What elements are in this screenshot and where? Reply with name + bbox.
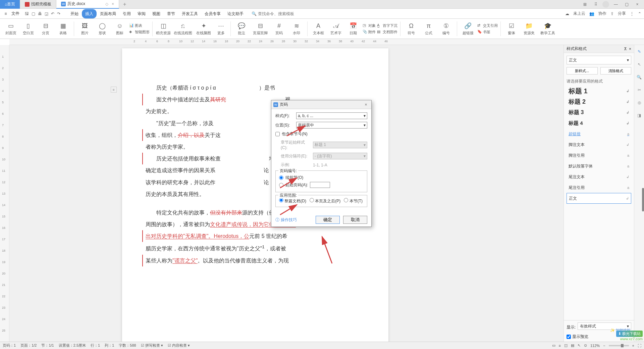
ribbon-textbox[interactable]: A文本框 bbox=[310, 19, 326, 38]
ribbon-cover[interactable]: ▭封面页 bbox=[3, 19, 19, 38]
view-web-icon[interactable]: ◫ bbox=[564, 343, 568, 348]
save-icon[interactable]: 🖫 bbox=[25, 11, 29, 16]
ribbon-teach[interactable]: 🎓教学工具 bbox=[538, 19, 557, 38]
sidebar-select-icon[interactable]: ↖ bbox=[636, 61, 643, 68]
more-icon[interactable]: ⋮ bbox=[630, 11, 634, 16]
pin-icon[interactable]: ⊼ bbox=[624, 47, 627, 51]
ribbon-smartart[interactable]: ◈智能图形 bbox=[129, 29, 150, 35]
range-section-radio[interactable] bbox=[344, 198, 348, 202]
ribbon-form[interactable]: ☑窗体 bbox=[503, 19, 520, 38]
menu-tab-thesis[interactable]: 论文助手 bbox=[224, 9, 247, 18]
ruler-horizontal[interactable]: 2468101214161820222426283032343638404244… bbox=[9, 39, 644, 45]
dialog-close-button[interactable]: × bbox=[363, 102, 369, 107]
range-whole-radio[interactable] bbox=[279, 198, 283, 202]
collab-label[interactable]: 协作 bbox=[598, 11, 606, 16]
paragraph-indicator-icon[interactable]: ≡ bbox=[111, 87, 117, 93]
style-heading4[interactable]: 标题 4↲ bbox=[567, 118, 631, 129]
zoom-fit-icon[interactable]: ⊙ bbox=[584, 343, 587, 348]
new-icon[interactable]: ▢ bbox=[32, 11, 35, 16]
layout-icon[interactable]: ⊞ bbox=[581, 1, 589, 8]
avatar-icon[interactable] bbox=[602, 1, 609, 8]
position-combo[interactable]: 底端居中▾ bbox=[296, 122, 367, 129]
ribbon-folder[interactable]: 📁资源夹 bbox=[521, 19, 537, 38]
style-heading1[interactable]: 标题 1↲ bbox=[567, 86, 631, 96]
view-read-icon[interactable]: ▤ bbox=[571, 343, 574, 348]
ribbon-picture[interactable]: 🖼图片 bbox=[77, 19, 93, 38]
menu-tab-start[interactable]: 开始 bbox=[67, 9, 82, 18]
ribbon-symbol[interactable]: Ω符号 bbox=[403, 19, 419, 38]
preview-checkbox[interactable] bbox=[567, 335, 571, 339]
tab-document[interactable]: W 历史.docx ◇ × bbox=[56, 0, 119, 9]
clear-format-button[interactable]: 清除格式 bbox=[600, 67, 632, 74]
ribbon-more[interactable]: ⋯更多 bbox=[214, 19, 228, 38]
ribbon-parts[interactable]: ▤文档部件 bbox=[377, 29, 397, 35]
ribbon-resource[interactable]: ◫稻壳资源 bbox=[155, 19, 171, 38]
ruler-vertical[interactable]: 1234567891011121314151617181920212223242… bbox=[0, 45, 9, 342]
sidebar-search-icon[interactable]: 🔍 bbox=[636, 74, 643, 81]
menu-tab-review[interactable]: 审阅 bbox=[134, 9, 149, 18]
range-section[interactable]: 本节(T) bbox=[344, 198, 363, 204]
start-radio[interactable] bbox=[279, 183, 283, 187]
apps-icon[interactable]: ⠿ bbox=[592, 1, 600, 8]
search-icon[interactable]: 🔍 bbox=[252, 11, 257, 16]
menu-tab-refs[interactable]: 引用 bbox=[119, 9, 134, 18]
share-icon[interactable]: ⇪ bbox=[610, 11, 614, 16]
tips-link[interactable]: ⓘ操作技巧 bbox=[275, 217, 297, 223]
style-heading3[interactable]: 标题 3↲ bbox=[567, 107, 631, 118]
print-icon[interactable]: 🖶 bbox=[38, 11, 42, 16]
add-tab-button[interactable]: + bbox=[119, 1, 130, 7]
ribbon-bookmark[interactable]: 🔖书签 bbox=[477, 29, 498, 35]
ribbon-watermark[interactable]: ≋水印 bbox=[288, 19, 305, 38]
zoom-in-button[interactable]: + bbox=[632, 344, 634, 348]
style-endnote-ref[interactable]: 尾注引用a bbox=[567, 182, 631, 193]
style-footnote-ref[interactable]: 脚注引用a bbox=[567, 150, 631, 161]
sidebar-highlight-icon[interactable]: ◨ bbox=[636, 112, 643, 119]
style-body[interactable]: 正文↲ bbox=[567, 193, 631, 204]
sidebar-location-icon[interactable]: ◎ bbox=[636, 99, 643, 106]
ribbon-icon[interactable]: ☺图标 bbox=[112, 19, 128, 38]
chevron-up-icon[interactable]: ⌃ bbox=[638, 11, 641, 16]
menu-tab-layout[interactable]: 页面布局 bbox=[97, 9, 119, 18]
ribbon-comment[interactable]: 💬批注 bbox=[233, 19, 250, 38]
status-section[interactable]: 节：1/1 bbox=[41, 343, 54, 348]
ribbon-flow[interactable]: ⎌在线流程图 bbox=[173, 19, 193, 38]
style-endnote-text[interactable]: 尾注文本↲ bbox=[567, 171, 631, 182]
view-outline-icon[interactable]: ≡ bbox=[559, 344, 561, 348]
ribbon-date[interactable]: 📅日期 bbox=[345, 19, 361, 38]
new-style-button[interactable]: 新样式... bbox=[567, 67, 598, 74]
pin-icon[interactable]: ◇ bbox=[105, 2, 108, 6]
ribbon-headerfooter[interactable]: ⊟页眉页脚 bbox=[251, 19, 270, 38]
search-input[interactable] bbox=[258, 11, 298, 16]
ribbon-mind[interactable]: ✦在线脑图 bbox=[194, 19, 213, 38]
ribbon-wordart[interactable]: 𝒜艺术字 bbox=[328, 19, 344, 38]
share-label[interactable]: 分享 bbox=[618, 11, 626, 16]
file-menu[interactable]: 文件 bbox=[9, 11, 21, 16]
scrollbar-thumb[interactable] bbox=[642, 188, 644, 211]
include-chapter-checkbox[interactable] bbox=[275, 132, 280, 136]
panel-close-icon[interactable]: × bbox=[629, 47, 631, 51]
ribbon-equation[interactable]: π公式 bbox=[421, 19, 437, 38]
sidebar-clip-icon[interactable]: ✂ bbox=[636, 87, 643, 93]
zoom-out-button[interactable]: − bbox=[603, 344, 605, 348]
fullscreen-icon[interactable]: ⛶ bbox=[638, 344, 641, 348]
style-default-font[interactable]: 默认段落字体a bbox=[567, 161, 631, 171]
style-heading2[interactable]: 标题 2↲ bbox=[567, 96, 631, 107]
status-content[interactable]: ☑ 内容检查 ▾ bbox=[168, 343, 190, 348]
redo-icon[interactable]: ↷ bbox=[57, 11, 60, 16]
zoom-slider[interactable] bbox=[609, 345, 629, 346]
close-button[interactable]: × bbox=[633, 1, 641, 8]
ribbon-break[interactable]: ⊟分页 bbox=[38, 19, 54, 38]
style-hyperlink[interactable]: 超链接a bbox=[567, 129, 631, 139]
range-from-radio[interactable] bbox=[310, 198, 314, 202]
continue-radio[interactable] bbox=[279, 176, 283, 180]
ribbon-blank[interactable]: ▯空白页 bbox=[20, 19, 36, 38]
zoom-value[interactable]: 112% bbox=[590, 344, 600, 348]
status-page[interactable]: 页面：1/2 bbox=[20, 343, 37, 348]
view-print-icon[interactable]: ▭ bbox=[552, 343, 555, 348]
current-style-combo[interactable]: 正文▾ bbox=[567, 56, 631, 64]
maximize-button[interactable]: ▢ bbox=[623, 1, 631, 8]
ribbon-crossref[interactable]: ⇄交叉引用 bbox=[477, 22, 498, 29]
ribbon-object[interactable]: ◳对象 bbox=[363, 22, 376, 29]
status-words[interactable]: 字数：588 bbox=[119, 343, 136, 348]
range-from[interactable]: 本页及之后(P) bbox=[310, 198, 340, 204]
